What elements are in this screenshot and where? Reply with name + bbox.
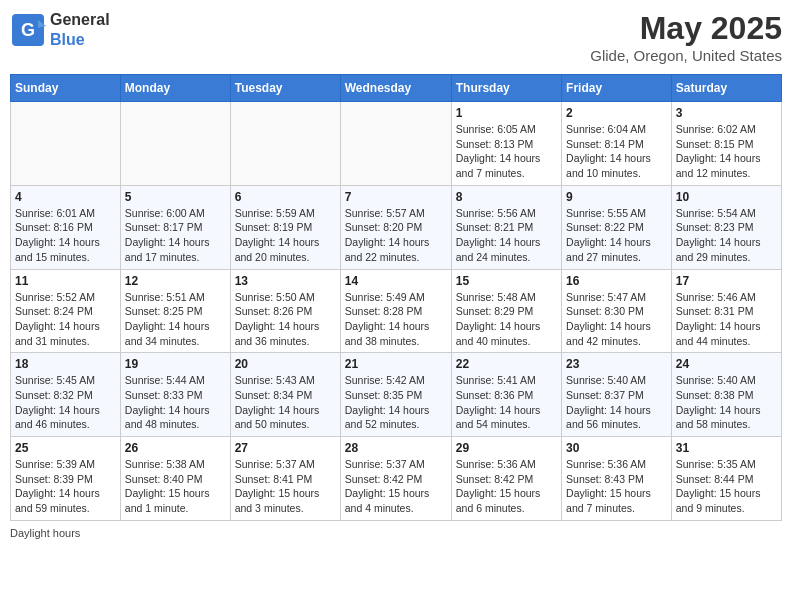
day-number: 27 — [235, 441, 336, 455]
logo: G General Blue — [10, 10, 110, 50]
day-number: 20 — [235, 357, 336, 371]
day-number: 14 — [345, 274, 447, 288]
calendar-cell — [120, 102, 230, 186]
day-info: Sunrise: 5:47 AMSunset: 8:30 PMDaylight:… — [566, 290, 667, 349]
weekday-monday: Monday — [120, 75, 230, 102]
day-number: 22 — [456, 357, 557, 371]
day-number: 21 — [345, 357, 447, 371]
day-info: Sunrise: 5:57 AMSunset: 8:20 PMDaylight:… — [345, 206, 447, 265]
day-number: 16 — [566, 274, 667, 288]
day-number: 28 — [345, 441, 447, 455]
weekday-sunday: Sunday — [11, 75, 121, 102]
calendar-cell: 22Sunrise: 5:41 AMSunset: 8:36 PMDayligh… — [451, 353, 561, 437]
day-number: 29 — [456, 441, 557, 455]
day-info: Sunrise: 5:49 AMSunset: 8:28 PMDaylight:… — [345, 290, 447, 349]
day-info: Sunrise: 5:44 AMSunset: 8:33 PMDaylight:… — [125, 373, 226, 432]
day-info: Sunrise: 5:42 AMSunset: 8:35 PMDaylight:… — [345, 373, 447, 432]
calendar-table: SundayMondayTuesdayWednesdayThursdayFrid… — [10, 74, 782, 521]
calendar-cell: 18Sunrise: 5:45 AMSunset: 8:32 PMDayligh… — [11, 353, 121, 437]
day-info: Sunrise: 6:05 AMSunset: 8:13 PMDaylight:… — [456, 122, 557, 181]
logo-icon: G — [10, 12, 46, 48]
day-number: 31 — [676, 441, 777, 455]
day-info: Sunrise: 5:51 AMSunset: 8:25 PMDaylight:… — [125, 290, 226, 349]
day-number: 2 — [566, 106, 667, 120]
calendar-cell: 6Sunrise: 5:59 AMSunset: 8:19 PMDaylight… — [230, 185, 340, 269]
calendar-cell: 2Sunrise: 6:04 AMSunset: 8:14 PMDaylight… — [562, 102, 672, 186]
day-number: 9 — [566, 190, 667, 204]
day-number: 24 — [676, 357, 777, 371]
day-number: 10 — [676, 190, 777, 204]
day-info: Sunrise: 6:02 AMSunset: 8:15 PMDaylight:… — [676, 122, 777, 181]
day-number: 11 — [15, 274, 116, 288]
logo-general: General — [50, 11, 110, 28]
day-info: Sunrise: 5:55 AMSunset: 8:22 PMDaylight:… — [566, 206, 667, 265]
calendar-cell: 29Sunrise: 5:36 AMSunset: 8:42 PMDayligh… — [451, 437, 561, 521]
calendar-cell: 16Sunrise: 5:47 AMSunset: 8:30 PMDayligh… — [562, 269, 672, 353]
calendar-cell: 19Sunrise: 5:44 AMSunset: 8:33 PMDayligh… — [120, 353, 230, 437]
weekday-tuesday: Tuesday — [230, 75, 340, 102]
calendar-cell: 24Sunrise: 5:40 AMSunset: 8:38 PMDayligh… — [671, 353, 781, 437]
day-number: 7 — [345, 190, 447, 204]
page-header: G General Blue May 2025 Glide, Oregon, U… — [10, 10, 782, 64]
title-block: May 2025 Glide, Oregon, United States — [590, 10, 782, 64]
day-number: 3 — [676, 106, 777, 120]
day-number: 23 — [566, 357, 667, 371]
day-number: 8 — [456, 190, 557, 204]
day-info: Sunrise: 5:36 AMSunset: 8:43 PMDaylight:… — [566, 457, 667, 516]
calendar-cell: 23Sunrise: 5:40 AMSunset: 8:37 PMDayligh… — [562, 353, 672, 437]
calendar-cell: 9Sunrise: 5:55 AMSunset: 8:22 PMDaylight… — [562, 185, 672, 269]
month-title: May 2025 — [590, 10, 782, 47]
calendar-cell: 30Sunrise: 5:36 AMSunset: 8:43 PMDayligh… — [562, 437, 672, 521]
day-info: Sunrise: 6:00 AMSunset: 8:17 PMDaylight:… — [125, 206, 226, 265]
day-number: 17 — [676, 274, 777, 288]
calendar-cell: 1Sunrise: 6:05 AMSunset: 8:13 PMDaylight… — [451, 102, 561, 186]
calendar-cell: 3Sunrise: 6:02 AMSunset: 8:15 PMDaylight… — [671, 102, 781, 186]
calendar-cell: 20Sunrise: 5:43 AMSunset: 8:34 PMDayligh… — [230, 353, 340, 437]
calendar-cell: 15Sunrise: 5:48 AMSunset: 8:29 PMDayligh… — [451, 269, 561, 353]
calendar-week-1: 1Sunrise: 6:05 AMSunset: 8:13 PMDaylight… — [11, 102, 782, 186]
day-info: Sunrise: 5:52 AMSunset: 8:24 PMDaylight:… — [15, 290, 116, 349]
day-info: Sunrise: 5:40 AMSunset: 8:38 PMDaylight:… — [676, 373, 777, 432]
day-info: Sunrise: 5:59 AMSunset: 8:19 PMDaylight:… — [235, 206, 336, 265]
day-info: Sunrise: 5:37 AMSunset: 8:42 PMDaylight:… — [345, 457, 447, 516]
day-number: 15 — [456, 274, 557, 288]
calendar-week-4: 18Sunrise: 5:45 AMSunset: 8:32 PMDayligh… — [11, 353, 782, 437]
day-number: 12 — [125, 274, 226, 288]
svg-text:G: G — [21, 20, 35, 40]
day-info: Sunrise: 5:54 AMSunset: 8:23 PMDaylight:… — [676, 206, 777, 265]
day-info: Sunrise: 5:50 AMSunset: 8:26 PMDaylight:… — [235, 290, 336, 349]
calendar-cell: 31Sunrise: 5:35 AMSunset: 8:44 PMDayligh… — [671, 437, 781, 521]
day-number: 13 — [235, 274, 336, 288]
calendar-cell: 12Sunrise: 5:51 AMSunset: 8:25 PMDayligh… — [120, 269, 230, 353]
day-number: 30 — [566, 441, 667, 455]
day-info: Sunrise: 5:40 AMSunset: 8:37 PMDaylight:… — [566, 373, 667, 432]
calendar-cell: 13Sunrise: 5:50 AMSunset: 8:26 PMDayligh… — [230, 269, 340, 353]
calendar-cell — [340, 102, 451, 186]
calendar-cell: 17Sunrise: 5:46 AMSunset: 8:31 PMDayligh… — [671, 269, 781, 353]
calendar-cell: 28Sunrise: 5:37 AMSunset: 8:42 PMDayligh… — [340, 437, 451, 521]
location: Glide, Oregon, United States — [590, 47, 782, 64]
day-info: Sunrise: 5:35 AMSunset: 8:44 PMDaylight:… — [676, 457, 777, 516]
calendar-cell: 8Sunrise: 5:56 AMSunset: 8:21 PMDaylight… — [451, 185, 561, 269]
day-info: Sunrise: 5:38 AMSunset: 8:40 PMDaylight:… — [125, 457, 226, 516]
day-info: Sunrise: 5:41 AMSunset: 8:36 PMDaylight:… — [456, 373, 557, 432]
calendar-cell: 14Sunrise: 5:49 AMSunset: 8:28 PMDayligh… — [340, 269, 451, 353]
calendar-cell: 21Sunrise: 5:42 AMSunset: 8:35 PMDayligh… — [340, 353, 451, 437]
day-info: Sunrise: 5:43 AMSunset: 8:34 PMDaylight:… — [235, 373, 336, 432]
day-number: 1 — [456, 106, 557, 120]
calendar-cell: 26Sunrise: 5:38 AMSunset: 8:40 PMDayligh… — [120, 437, 230, 521]
day-number: 4 — [15, 190, 116, 204]
calendar-cell: 27Sunrise: 5:37 AMSunset: 8:41 PMDayligh… — [230, 437, 340, 521]
day-info: Sunrise: 5:39 AMSunset: 8:39 PMDaylight:… — [15, 457, 116, 516]
weekday-header-row: SundayMondayTuesdayWednesdayThursdayFrid… — [11, 75, 782, 102]
day-number: 19 — [125, 357, 226, 371]
calendar-cell: 5Sunrise: 6:00 AMSunset: 8:17 PMDaylight… — [120, 185, 230, 269]
calendar-week-3: 11Sunrise: 5:52 AMSunset: 8:24 PMDayligh… — [11, 269, 782, 353]
weekday-wednesday: Wednesday — [340, 75, 451, 102]
daylight-label: Daylight hours — [10, 527, 80, 539]
day-info: Sunrise: 5:56 AMSunset: 8:21 PMDaylight:… — [456, 206, 557, 265]
day-number: 6 — [235, 190, 336, 204]
day-info: Sunrise: 6:01 AMSunset: 8:16 PMDaylight:… — [15, 206, 116, 265]
calendar-week-2: 4Sunrise: 6:01 AMSunset: 8:16 PMDaylight… — [11, 185, 782, 269]
footer: Daylight hours — [10, 527, 782, 539]
